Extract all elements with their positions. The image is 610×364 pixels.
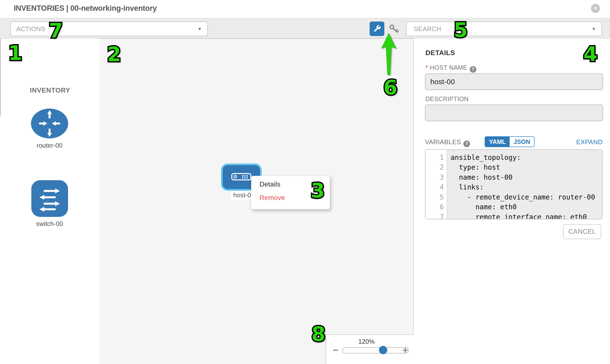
variables-row: VARIABLES? YAML JSON EXPAND xyxy=(425,138,603,149)
annotation-number-8: 8 xyxy=(311,322,325,346)
details-panel: DETAILS *HOST NAME? DESCRIPTION VARIABLE… xyxy=(414,39,610,364)
cancel-button[interactable]: CANCEL xyxy=(563,224,601,239)
host-name-input[interactable] xyxy=(425,73,603,90)
zoom-in-button[interactable]: + xyxy=(402,345,408,355)
zoom-slider-handle[interactable] xyxy=(379,346,387,354)
help-icon[interactable]: ? xyxy=(470,66,476,73)
tab-json[interactable]: JSON xyxy=(510,137,534,147)
router-icon xyxy=(31,135,68,140)
tab-yaml[interactable]: YAML xyxy=(485,137,510,147)
code-line: 4 links: xyxy=(426,182,602,192)
annotation-number-5: 5 xyxy=(454,18,467,42)
key-toggle-button[interactable] xyxy=(389,24,400,34)
annotation-number-7: 7 xyxy=(49,19,63,42)
zoom-control-panel: 120% − + xyxy=(325,334,414,364)
code-line: 7 remote_interface_name: eth0 xyxy=(426,212,602,219)
code-line: 5 - remote_device_name: router-00 xyxy=(426,192,602,202)
inventory-topology-window: INVENTORIES | 00-networking-inventory ✕ … xyxy=(0,0,610,364)
header: INVENTORIES | 00-networking-inventory ✕ xyxy=(0,0,610,18)
sidebar-scrollbar[interactable] xyxy=(0,39,1,116)
chevron-down-icon: ▾ xyxy=(198,26,201,32)
toolbar: ACTIONS ▾ xyxy=(0,18,610,39)
search-dropdown[interactable]: SEARCH ▾ xyxy=(406,22,602,36)
variables-label: VARIABLES xyxy=(425,138,461,146)
code-lines: 1ansible_topology: 2 type: host 3 name: … xyxy=(426,153,602,219)
variables-code-editor[interactable]: 1ansible_topology: 2 type: host 3 name: … xyxy=(425,149,603,219)
details-heading: DETAILS xyxy=(426,49,455,57)
host-name-label: *HOST NAME? xyxy=(426,64,476,73)
annotation-arrow-icon xyxy=(381,33,397,77)
zoom-out-button[interactable]: − xyxy=(333,345,338,355)
expand-link[interactable]: EXPAND xyxy=(576,138,603,146)
code-line: 6 name: eth0 xyxy=(426,202,602,212)
code-line: 3 name: host-00 xyxy=(426,172,602,182)
key-icon xyxy=(389,24,399,34)
switch-icon xyxy=(31,214,68,218)
zoom-slider-track[interactable] xyxy=(342,347,409,353)
zoom-level-value: 120% xyxy=(326,338,407,345)
code-line: 2 type: host xyxy=(426,163,602,173)
annotation-number-4: 4 xyxy=(583,42,597,65)
sidebar-item-switch[interactable]: switch-00 xyxy=(0,180,99,228)
actions-dropdown[interactable]: ACTIONS ▾ xyxy=(10,22,208,36)
close-icon[interactable]: ✕ xyxy=(591,4,600,13)
help-icon[interactable]: ? xyxy=(463,141,470,147)
annotation-number-3: 3 xyxy=(311,179,324,202)
page-title: INVENTORIES | 00-networking-inventory xyxy=(14,4,157,13)
host-icon xyxy=(231,173,251,182)
sidebar-item-label: router-00 xyxy=(0,142,99,149)
chevron-down-icon: ▾ xyxy=(592,26,595,32)
code-line: 1ansible_topology: xyxy=(426,153,602,163)
description-input[interactable] xyxy=(425,104,603,121)
annotation-number-2: 2 xyxy=(107,43,121,66)
annotation-number-6: 6 xyxy=(383,76,397,99)
search-dropdown-label: SEARCH xyxy=(414,25,441,33)
inventory-sidebar: INVENTORY router-00 xyxy=(0,39,100,364)
topology-canvas[interactable]: host-00 Details Remove 120% − + xyxy=(99,39,414,364)
sidebar-item-router[interactable]: router-00 xyxy=(0,108,99,149)
description-label: DESCRIPTION xyxy=(426,95,468,103)
actions-dropdown-label: ACTIONS xyxy=(16,25,45,33)
variables-format-toggle: YAML JSON xyxy=(485,136,535,147)
sidebar-item-label: switch-00 xyxy=(0,220,99,228)
annotation-number-1: 1 xyxy=(8,41,22,65)
sidebar-heading: INVENTORY xyxy=(30,87,70,94)
wrench-icon xyxy=(373,24,381,34)
required-asterisk: * xyxy=(426,64,428,71)
